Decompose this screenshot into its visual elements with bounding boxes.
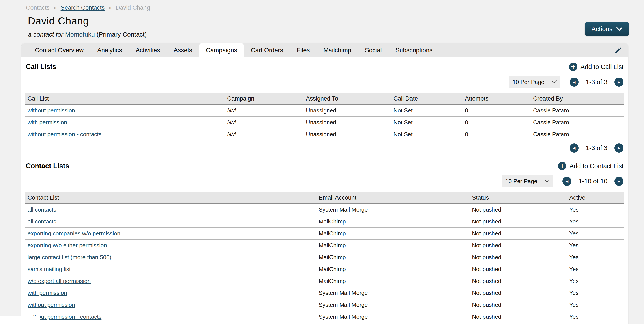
next-page-button[interactable]: ▶ (614, 78, 624, 87)
contact-list-link[interactable]: sam's mailing list (28, 266, 71, 273)
prev-page-button[interactable]: ◀ (562, 177, 572, 186)
contact-list-row: with permission System Mail Merge Not pu… (25, 287, 624, 299)
contact-list-link[interactable]: exporting w/o either permission (28, 242, 107, 249)
tab-mailchimp[interactable]: Mailchimp (317, 43, 358, 57)
contact-detail-card: Contact OverviewAnalyticsActivitiesAsset… (22, 43, 628, 324)
contact-list-row: all contacts MailChimp Not pushed Yes (25, 216, 624, 228)
created-by-cell: Cassie Pataro (531, 117, 624, 128)
contact-list-link[interactable]: without permission (28, 302, 75, 308)
actions-button[interactable]: Actions (585, 22, 629, 36)
actions-button-label: Actions (592, 25, 612, 33)
contact-list-link[interactable]: all contacts (28, 206, 56, 213)
active-cell: Yes (567, 311, 624, 323)
active-cell: Yes (567, 204, 624, 216)
call-lists-title: Call Lists (26, 63, 56, 71)
active-cell: Yes (567, 299, 624, 311)
call-date-cell: Not Set (391, 104, 463, 117)
tab-activities[interactable]: Activities (129, 43, 167, 57)
status-cell: Not pushed (470, 240, 567, 252)
call-list-link[interactable]: without permission - contacts (28, 131, 102, 138)
tab-assets[interactable]: Assets (167, 43, 199, 57)
status-cell: Not pushed (470, 275, 567, 287)
chevron-down-icon (616, 27, 622, 31)
call-list-row: with permission N/A Unassigned Not Set 0… (25, 117, 624, 128)
call-date-cell: Not Set (391, 117, 463, 128)
call-list-row: without permission - contacts N/A Unassi… (25, 128, 624, 140)
page-header: Contacts » Search Contacts » David Chang… (0, 0, 644, 38)
tab-analytics[interactable]: Analytics (90, 43, 129, 57)
tab-cart-orders[interactable]: Cart Orders (244, 43, 290, 57)
breadcrumb-current: David Chang (116, 4, 150, 11)
status-cell: Not pushed (470, 287, 567, 299)
active-cell: Yes (567, 287, 624, 299)
page-title: David Chang (28, 15, 644, 27)
contact-subtitle: a contact for Momofuku (Primary Contact) (28, 31, 644, 38)
assigned-to-cell: Unassigned (304, 104, 391, 117)
email-account-cell: MailChimp (316, 240, 470, 252)
call-list-row: without permission N/A Unassigned Not Se… (25, 104, 624, 117)
prev-page-button[interactable]: ◀ (570, 143, 579, 153)
call-lists-pagination-top: ◀ 1-3 of 3 ▶ (570, 78, 624, 87)
tab-campaigns[interactable]: Campaigns (199, 43, 244, 57)
tab-files[interactable]: Files (290, 43, 316, 57)
breadcrumb-search-contacts-link[interactable]: Search Contacts (61, 4, 105, 11)
call-lists-pagination-bottom: ◀ 1-3 of 3 ▶ (570, 143, 624, 153)
status-cell: Not pushed (470, 204, 567, 216)
status-cell: Not pushed (470, 216, 567, 228)
prev-page-button[interactable]: ◀ (570, 78, 579, 87)
contact-lists-per-page-select[interactable]: 10 Per Page (502, 175, 553, 187)
col-created-by: Created By (531, 93, 624, 104)
call-list-link[interactable]: with permission (28, 119, 67, 126)
email-account-cell: System Mail Merge (316, 299, 470, 311)
created-by-cell: Cassie Pataro (531, 128, 624, 140)
col-call-list: Call List (25, 93, 225, 104)
email-account-cell: MailChimp (316, 252, 470, 263)
plus-circle-icon: + (569, 63, 578, 71)
tab-subscriptions[interactable]: Subscriptions (388, 43, 439, 57)
active-cell: Yes (567, 216, 624, 228)
contact-list-link[interactable]: all contacts (28, 218, 56, 225)
email-account-cell: MailChimp (316, 275, 470, 287)
email-account-cell: MailChimp (316, 216, 470, 228)
col-campaign: Campaign (225, 93, 304, 104)
company-link[interactable]: Momofuku (65, 31, 95, 38)
col-attempts: Attempts (463, 93, 531, 104)
add-to-call-list-button[interactable]: + Add to Call List (569, 63, 624, 71)
call-lists-per-page-select-wrap: 10 Per Page (509, 76, 560, 88)
contact-list-link[interactable]: exporting companies w/o permission (28, 230, 120, 237)
add-to-contact-list-button[interactable]: + Add to Contact List (558, 162, 624, 170)
add-to-contact-list-label: Add to Contact List (570, 162, 624, 170)
tab-contact-overview[interactable]: Contact Overview (28, 43, 90, 57)
call-lists-table: Call List Campaign Assigned To Call Date… (25, 93, 624, 140)
plus-circle-icon: + (558, 162, 566, 170)
active-cell: Yes (567, 252, 624, 263)
contact-list-row: exporting w/o either permission MailChim… (25, 240, 624, 252)
contact-lists-per-page-select-wrap: 10 Per Page (502, 175, 553, 187)
contact-list-row: exporting companies w/o permission MailC… (25, 228, 624, 240)
contact-lists-title: Contact Lists (26, 162, 69, 170)
contact-list-row: without permission - contacts System Mai… (25, 311, 624, 323)
next-page-button[interactable]: ▶ (614, 177, 624, 186)
contact-list-link[interactable]: with permission (28, 290, 67, 296)
col-contact-list: Contact List (25, 192, 316, 204)
active-cell: Yes (567, 263, 624, 275)
breadcrumb-contacts: Contacts (26, 4, 50, 11)
tab-social[interactable]: Social (358, 43, 388, 57)
next-page-button[interactable]: ▶ (614, 143, 624, 153)
contact-list-row: w/o export all permission MailChimp Not … (25, 275, 624, 287)
email-account-cell: System Mail Merge (316, 204, 470, 216)
status-cell: Not pushed (470, 263, 567, 275)
breadcrumb-separator: » (53, 4, 57, 11)
campaign-cell: N/A (225, 117, 304, 128)
call-lists-per-page-select[interactable]: 10 Per Page (509, 76, 560, 88)
attempts-cell: 0 (463, 104, 531, 117)
attempts-cell: 0 (463, 128, 531, 140)
contact-lists-pagination-top: ◀ 1-10 of 10 ▶ (562, 177, 624, 186)
contact-list-link[interactable]: large contact list (more than 500) (28, 254, 112, 261)
col-assigned-to: Assigned To (304, 93, 391, 104)
call-list-link[interactable]: without permission (28, 107, 75, 114)
edit-pencil-icon[interactable] (614, 46, 622, 54)
contact-list-row: all contacts System Mail Merge Not pushe… (25, 204, 624, 216)
add-to-call-list-label: Add to Call List (580, 63, 624, 70)
contact-list-link[interactable]: w/o export all permission (28, 278, 91, 284)
